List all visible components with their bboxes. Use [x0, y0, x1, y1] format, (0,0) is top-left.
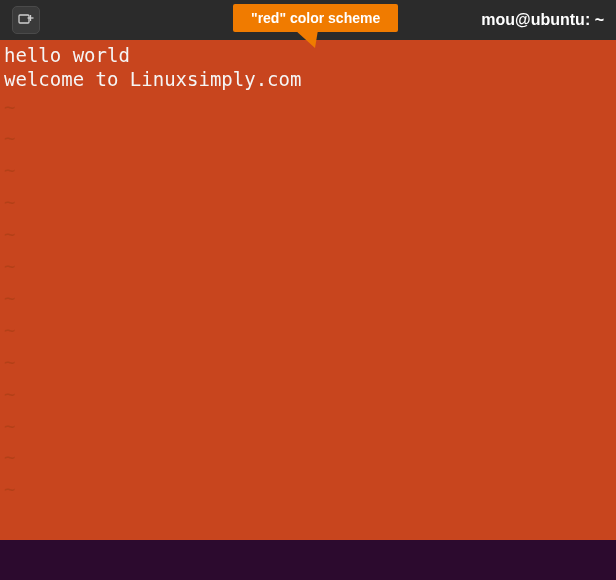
svg-rect-0	[19, 15, 29, 23]
window-title: mou@ubuntu: ~	[481, 11, 604, 29]
terminal-tilde-line: ~	[4, 442, 612, 474]
terminal-tilde-line: ~	[4, 123, 612, 155]
terminal-tilde-line: ~	[4, 315, 612, 347]
terminal-text-line: welcome to Linuxsimply.com	[4, 68, 612, 92]
new-tab-icon	[18, 12, 34, 28]
new-tab-button[interactable]	[12, 6, 40, 34]
terminal-tilde-line: ~	[4, 283, 612, 315]
callout-text: "red" color scheme	[251, 10, 380, 26]
terminal-tilde-line: ~	[4, 155, 612, 187]
statusbar	[0, 540, 616, 580]
terminal-tilde-line: ~	[4, 474, 612, 506]
terminal-tilde-line: ~	[4, 92, 612, 124]
color-scheme-callout: "red" color scheme	[233, 4, 398, 32]
terminal-tilde-line: ~	[4, 251, 612, 283]
terminal-text-lines: hello worldwelcome to Linuxsimply.com	[4, 44, 612, 92]
terminal-tilde-line: ~	[4, 219, 612, 251]
terminal-tilde-line: ~	[4, 379, 612, 411]
terminal-tilde-line: ~	[4, 347, 612, 379]
terminal-tilde-line: ~	[4, 411, 612, 443]
terminal-tilde-line: ~	[4, 187, 612, 219]
titlebar: "red" color scheme mou@ubuntu: ~	[0, 0, 616, 40]
terminal-area[interactable]: hello worldwelcome to Linuxsimply.com ~~…	[0, 40, 616, 540]
terminal-empty-lines: ~~~~~~~~~~~~~	[4, 92, 612, 507]
